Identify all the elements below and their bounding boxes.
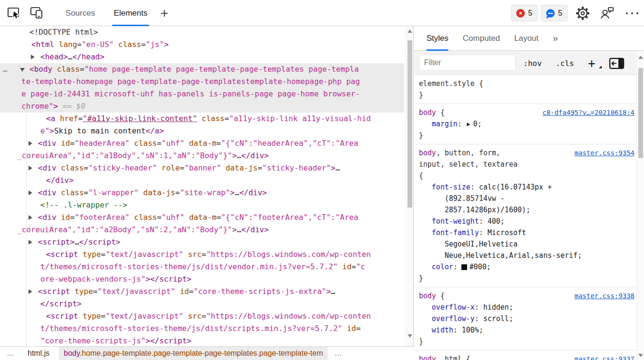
css-token: : (479, 217, 487, 226)
css-rule[interactable]: master.css:9337body, html { (414, 351, 636, 360)
scrollbar-thumb[interactable] (638, 68, 643, 158)
css-token: 400; (488, 217, 505, 226)
device-emulation-button[interactable] (29, 6, 45, 20)
css-token: width (419, 326, 453, 334)
stylesheet-source-link[interactable]: master.css:9354 (575, 147, 635, 159)
css-token: 2857.14286px)/1600); (419, 206, 530, 214)
dom-line[interactable]: </div> (0, 174, 404, 187)
scroll-up-arrow-icon[interactable] (638, 56, 643, 59)
new-tab-button[interactable]: + (161, 0, 168, 26)
stylesheet-source-link[interactable]: c8-dfa495?v…=20210618:4 (542, 107, 635, 118)
css-token: element.style (419, 79, 474, 88)
dom-line[interactable]: <div id="footerArea" class="uhf" data-m=… (0, 211, 404, 224)
code-token: chrome" (21, 102, 53, 111)
dom-line[interactable]: t/themes/microsoft-stories-theme/js/dist… (0, 322, 404, 335)
dom-line[interactable]: <script type="text/javascript" id="core-… (0, 285, 404, 298)
code-token: = (78, 114, 83, 123)
code-token: … (235, 188, 239, 197)
scroll-up-arrow-icon[interactable] (407, 29, 412, 33)
dom-line[interactable]: ore-webpack-vendors-js"></script> (0, 273, 404, 285)
breadcrumb-item-body[interactable]: body.home.page-template.page-template-pa… (59, 347, 328, 360)
filter-input[interactable] (419, 55, 516, 71)
expand-arrow-icon[interactable] (31, 55, 35, 59)
scroll-down-arrow-icon[interactable] (407, 334, 412, 338)
toggle-element-class-button[interactable]: .cls (553, 51, 577, 75)
tab-elements[interactable]: Elements (109, 0, 152, 26)
css-rule[interactable]: c8-dfa495?v…=20210618:4body { margin: 0;… (414, 104, 636, 144)
code-token: > (53, 102, 58, 111)
color-swatch[interactable] (462, 265, 467, 270)
expand-arrow-icon[interactable] (28, 215, 32, 220)
feedback-button[interactable] (600, 6, 615, 20)
css-rule[interactable]: master.css:9338body { overflow-x: hidden… (414, 287, 636, 351)
dom-line[interactable]: …<body class="home page-template page-te… (0, 63, 404, 76)
dom-line[interactable]: <div id="headerArea" class="uhf" data-m=… (0, 137, 404, 150)
node-gutter-ellipsis[interactable]: … (3, 63, 8, 76)
code-token: e" (40, 126, 49, 135)
code-token: class (114, 40, 141, 49)
code-token: "a11y-skip-link a11y-visual-hid (229, 114, 371, 123)
dom-line[interactable]: <script>…</script> (0, 236, 404, 248)
expand-property-arrow-icon[interactable] (467, 123, 470, 126)
dom-line[interactable]: _coreuiArea","id":"a2Body","sN":2,"aN":"… (0, 224, 404, 236)
tab-sources[interactable]: Sources (61, 0, 100, 26)
scrollbar-thumb[interactable] (407, 40, 412, 208)
code-token: > (49, 126, 54, 135)
new-style-rule-button[interactable]: + (585, 51, 598, 75)
dom-line[interactable]: <head>…</head> (0, 51, 404, 63)
inspect-element-button[interactable] (7, 6, 21, 20)
console-message-badge[interactable]: 5 (541, 5, 568, 21)
code-token: <div (38, 139, 57, 148)
styles-scrollbar[interactable] (636, 51, 644, 360)
dom-line[interactable]: _coreuiArea","id":"a1Body","sN":1,"aN":"… (0, 150, 404, 162)
breadcrumb-item-html[interactable]: html.js (22, 349, 55, 358)
tab-computed[interactable]: Computed (463, 26, 500, 51)
settings-button[interactable] (576, 6, 590, 20)
more-tabs-chevron-icon[interactable]: » (553, 33, 558, 44)
expand-arrow-icon[interactable] (28, 289, 32, 294)
tab-layout[interactable]: Layout (514, 26, 539, 51)
dom-line[interactable]: t/themes/microsoft-stories-theme/js/dist… (0, 261, 404, 273)
css-rule[interactable]: element.style {} (414, 75, 636, 104)
breadcrumb-more-button[interactable]: … (328, 349, 350, 358)
scroll-down-arrow-icon[interactable] (638, 354, 643, 357)
stylesheet-source-link[interactable]: master.css:9338 (575, 290, 635, 302)
stylesheet-source-link[interactable]: master.css:9337 (575, 353, 635, 360)
dom-line[interactable]: chrome"> == $0 (0, 100, 404, 113)
breadcrumb-overflow-button[interactable]: … (0, 349, 22, 358)
dom-line[interactable]: <!DOCTYPE html> (0, 26, 404, 38)
css-rule[interactable]: master.css:9354body, button, form,input,… (414, 144, 636, 287)
more-options-button[interactable] (624, 6, 640, 20)
dom-line[interactable]: <!-- .l-wrapper --> (0, 199, 404, 211)
expand-arrow-icon[interactable] (28, 141, 32, 146)
dom-line[interactable]: <div class="l-wrapper" data-js="site-wra… (0, 187, 404, 199)
code-token: src (183, 250, 202, 259)
expand-arrow-icon[interactable] (28, 166, 32, 171)
code-token: "core-theme-scripts-js-extra" (194, 287, 326, 296)
dom-line[interactable]: <html lang="en-US" class="js"> (0, 38, 404, 51)
dom-line[interactable]: e page-id-24431 microsoft-uhf has-panels… (0, 88, 404, 100)
code-token: <body (29, 65, 52, 74)
expand-arrow-icon[interactable] (28, 240, 32, 245)
dom-line[interactable]: </script> (0, 298, 404, 310)
dom-line[interactable]: <script type="text/javascript" src="http… (0, 310, 404, 322)
toggle-pseudo-state-button[interactable]: :hov (521, 51, 545, 75)
collapse-arrow-icon[interactable] (20, 68, 25, 72)
tab-styles[interactable]: Styles (426, 26, 448, 51)
code-token: ></script> (146, 336, 191, 345)
css-token: font-size (419, 183, 470, 191)
code-token: data-js (139, 188, 175, 197)
dom-line[interactable]: te-template-homepage page-template-page-… (0, 76, 404, 88)
dom-line[interactable]: "core-theme-scripts-js"></script> (0, 335, 404, 346)
dom-line[interactable]: <script type="text/javascript" src="http… (0, 248, 404, 261)
toggle-sidebar-button[interactable] (609, 57, 625, 70)
feedback-person-icon (600, 6, 615, 20)
code-token: > (232, 225, 237, 234)
expand-arrow-icon[interactable] (28, 190, 32, 195)
dom-line[interactable]: <a href="#a11y-skip-link-content" class=… (0, 113, 404, 125)
dom-tree-scrollbar[interactable] (406, 26, 414, 346)
code-token: = (84, 163, 88, 172)
dom-line[interactable]: <div class="sticky-header" role="banner"… (0, 162, 404, 174)
error-badge[interactable]: × 5 (511, 5, 538, 21)
dom-line[interactable]: e">Skip to main content</a> (0, 125, 404, 137)
